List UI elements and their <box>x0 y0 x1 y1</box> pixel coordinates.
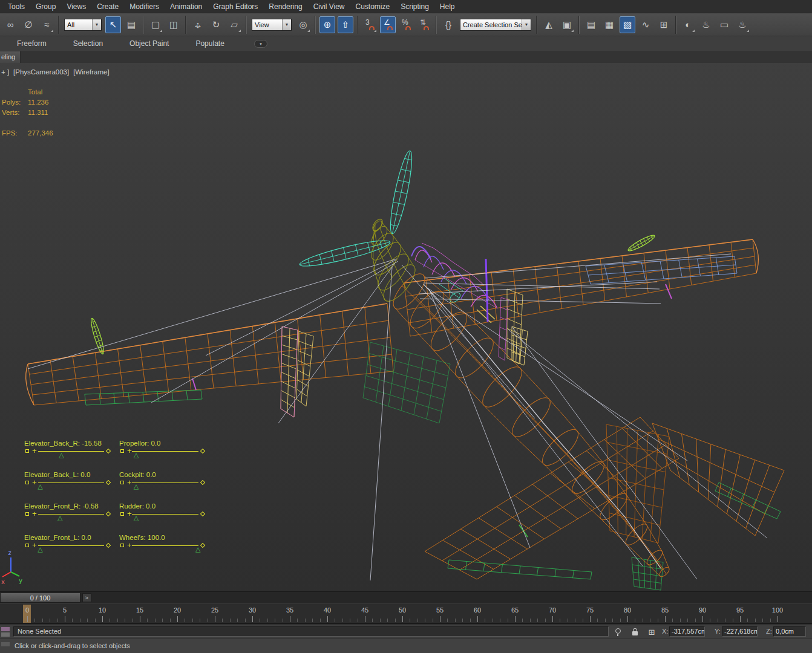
angle-snap-toggle-button[interactable]: ∠ <box>380 16 396 33</box>
maxscript-mini-listener-2[interactable] <box>1 632 10 637</box>
manipulator-plus[interactable]: + <box>127 541 132 549</box>
manipulator-square[interactable] <box>120 449 124 453</box>
manipulator-square[interactable] <box>25 481 29 484</box>
manipulator-track[interactable] <box>132 545 198 546</box>
curve-editor-button[interactable]: ∿ <box>638 16 653 33</box>
tab-freeform[interactable]: Freeform <box>17 39 47 48</box>
keyboard-shortcut-override-button[interactable]: ⇧ <box>338 16 353 33</box>
manipulator-diamond[interactable] <box>200 480 205 485</box>
menu-group[interactable]: Group <box>30 1 61 13</box>
unlink-selection-button[interactable]: ∅ <box>21 16 36 33</box>
manipulator-handle[interactable]: △ <box>134 515 139 521</box>
snap-toggle-3d-button[interactable]: 3 <box>362 16 378 33</box>
menu-create[interactable]: Create <box>91 1 124 13</box>
viewport[interactable]: zxy + ] [PhysCamera003] [Wireframe] Tota… <box>0 63 812 591</box>
next-frame-button[interactable]: > <box>82 593 91 602</box>
spinner-snap-toggle-button[interactable]: ⇅ <box>416 16 432 33</box>
select-object-button[interactable]: ↖ <box>105 16 121 33</box>
manipulator-square[interactable] <box>25 544 29 547</box>
menu-views[interactable]: Views <box>61 1 91 13</box>
z-coordinate-field[interactable]: 0,0cm <box>773 626 806 637</box>
edit-named-selection-sets-button[interactable]: {} <box>440 16 456 33</box>
bind-to-space-warp-button[interactable]: ≈ <box>39 16 54 33</box>
manipulator-track[interactable] <box>38 514 104 515</box>
ribbon-minimize-button[interactable]: ▾ <box>254 40 267 48</box>
selection-lock-icon[interactable] <box>629 626 640 637</box>
percent-snap-toggle-button[interactable]: % <box>398 16 414 33</box>
manipulator-diamond[interactable] <box>200 449 205 453</box>
chevron-down-icon[interactable]: ▼ <box>282 19 291 30</box>
menu-modifiers[interactable]: Modifiers <box>124 1 165 13</box>
menu-rendering[interactable]: Rendering <box>263 1 307 13</box>
menu-civil-view[interactable]: Civil View <box>308 1 350 13</box>
schematic-view-button[interactable]: ⊞ <box>656 16 672 33</box>
manipulator-handle[interactable]: △ <box>57 515 62 521</box>
select-and-manipulate-button[interactable]: ⊕ <box>319 16 335 33</box>
toggle-scene-explorer-button[interactable]: ▤ <box>583 16 599 33</box>
manipulator-track[interactable] <box>38 451 104 452</box>
manipulator-diamond[interactable] <box>106 449 111 453</box>
manipulator-plus[interactable]: + <box>32 478 37 486</box>
chevron-down-icon[interactable]: ▼ <box>92 19 101 30</box>
menu-scripting[interactable]: Scripting <box>395 1 434 13</box>
manipulator-track[interactable] <box>38 482 104 483</box>
manipulator-plus[interactable]: + <box>32 447 37 455</box>
track-bar[interactable]: 0510152025303540455055606570758085909510… <box>0 603 812 624</box>
manipulator-square[interactable] <box>25 449 29 453</box>
x-coordinate-field[interactable]: -317,557cm <box>669 626 705 637</box>
manipulator-handle[interactable]: △ <box>134 452 139 458</box>
manipulator-plus[interactable]: + <box>127 478 132 486</box>
tab-populate[interactable]: Populate <box>195 39 224 48</box>
use-pivot-point-center-button[interactable]: ◎ <box>295 16 311 33</box>
time-slider[interactable]: 0 / 100 > <box>0 591 812 603</box>
window-crossing-toggle-button[interactable]: ◫ <box>166 16 182 33</box>
chevron-down-icon[interactable]: ▼ <box>522 19 531 30</box>
manipulator-diamond[interactable] <box>200 543 205 548</box>
manipulator-track[interactable] <box>38 545 104 546</box>
manipulator-diamond[interactable] <box>106 543 111 548</box>
toggle-ribbon-button[interactable]: ▧ <box>620 16 635 33</box>
mirror-button[interactable]: ◭ <box>541 16 557 33</box>
selection-filter-dropdown[interactable]: All▼ <box>64 19 102 31</box>
reference-coordinate-system-dropdown[interactable]: View▼ <box>252 19 292 31</box>
menu-graph-editors[interactable]: Graph Editors <box>208 1 263 13</box>
isolate-selection-icon[interactable] <box>612 626 623 637</box>
render-setup-button[interactable]: ♨ <box>698 16 714 33</box>
select-and-link-button[interactable]: ∞ <box>2 16 18 33</box>
rendered-frame-window-button[interactable]: ▭ <box>716 16 732 33</box>
maxscript-mini-listener[interactable] <box>1 627 10 631</box>
manipulator-plus[interactable]: + <box>32 510 37 518</box>
select-and-move-button[interactable]: ↔↕ <box>190 16 206 33</box>
time-slider-handle[interactable]: 0 / 100 <box>0 593 80 603</box>
select-and-rotate-button[interactable]: ↻ <box>208 16 224 33</box>
render-production-button[interactable]: ♨ <box>735 16 750 33</box>
manipulator-track[interactable] <box>132 482 198 483</box>
tab-modeling-clipped[interactable]: eling <box>0 51 21 63</box>
toggle-layer-explorer-button[interactable]: ▦ <box>601 16 617 33</box>
manipulator-square[interactable] <box>25 512 29 516</box>
tab-object-paint[interactable]: Object Paint <box>129 39 169 48</box>
align-button[interactable]: ▣ <box>559 16 575 33</box>
manipulator-square[interactable] <box>120 544 124 547</box>
manipulator-handle[interactable]: △ <box>59 452 64 458</box>
rectangular-selection-region-button[interactable]: ▢ <box>148 16 163 33</box>
manipulator-handle[interactable]: △ <box>38 483 42 489</box>
menu-tools[interactable]: Tools <box>2 1 30 13</box>
manipulator-handle[interactable]: △ <box>134 483 139 489</box>
select-by-name-button[interactable]: ▤ <box>123 16 139 33</box>
y-coordinate-field[interactable]: -227,618cm <box>722 626 758 637</box>
named-selection-sets-dropdown[interactable]: Create Selection Se▼ <box>460 19 531 31</box>
manipulator-track[interactable] <box>132 451 198 452</box>
manipulator-plus[interactable]: + <box>32 541 37 549</box>
manipulator-plus[interactable]: + <box>127 447 132 455</box>
manipulator-plus[interactable]: + <box>127 510 132 518</box>
select-and-scale-button[interactable]: ▱ <box>226 16 242 33</box>
absolute-mode-type-in-icon[interactable]: ⊞ <box>646 626 657 637</box>
manipulator-diamond[interactable] <box>106 512 111 516</box>
manipulator-handle[interactable]: △ <box>195 546 200 552</box>
menu-help[interactable]: Help <box>434 1 460 13</box>
menu-customize[interactable]: Customize <box>350 1 395 13</box>
prompt-left-icon[interactable] <box>1 642 10 646</box>
tab-selection[interactable]: Selection <box>73 39 103 48</box>
manipulator-square[interactable] <box>120 512 124 516</box>
